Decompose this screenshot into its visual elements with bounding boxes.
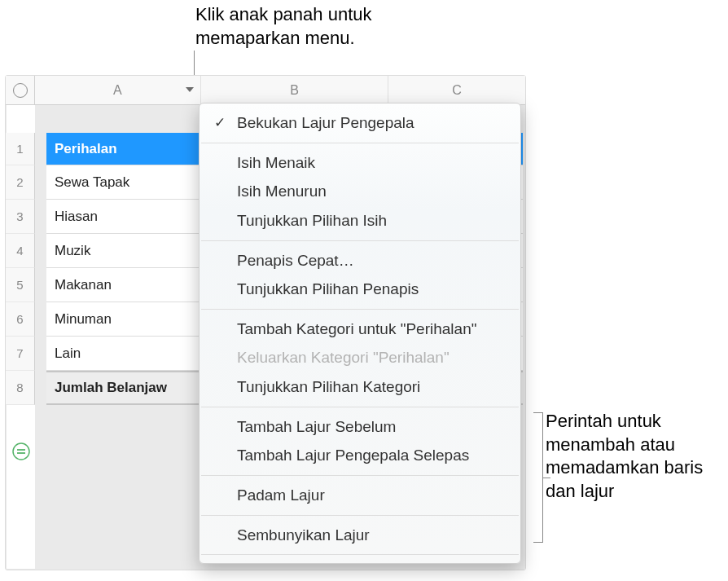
- column-header-label: B: [290, 83, 299, 98]
- cell-text: Jumlah Belanjaw: [55, 380, 167, 396]
- menu-item-label: Bekukan Lajur Pengepala: [237, 114, 414, 131]
- formula-indicator-icon: [12, 442, 30, 460]
- select-all-corner[interactable]: [6, 76, 35, 105]
- select-all-icon: [13, 83, 28, 98]
- menu-separator: [201, 143, 519, 143]
- cell-text: Lain: [55, 346, 81, 362]
- row-header[interactable]: 1: [6, 133, 35, 165]
- menu-item-label: Tunjukkan Pilihan Penapis: [237, 280, 419, 297]
- cell-text: Minuman: [55, 311, 112, 328]
- menu-item-sort-desc[interactable]: Isih Menurun: [200, 177, 520, 206]
- row-header[interactable]: 4: [6, 234, 35, 268]
- menu-item-label: Padam Lajur: [237, 486, 325, 504]
- cell-text: Perihalan: [55, 141, 117, 157]
- menu-item-label: Tunjukkan Pilihan Kategori: [237, 378, 420, 395]
- column-headers: A B C: [35, 76, 525, 105]
- menu-item-add-col-before[interactable]: Tambah Lajur Sebelum: [200, 412, 520, 442]
- row-header[interactable]: 3: [6, 200, 35, 234]
- menu-item-label: Isih Menurun: [237, 183, 327, 200]
- menu-separator: [201, 554, 519, 555]
- cell-text: Makanan: [55, 277, 112, 293]
- column-header-label: C: [452, 83, 462, 98]
- column-header-label: A: [113, 83, 122, 98]
- row-header[interactable]: 6: [6, 302, 35, 337]
- menu-item-label: Tambah Kategori untuk "Perihalan": [237, 320, 476, 337]
- menu-separator: [201, 475, 519, 476]
- callout-right: Perintah untuk menambah atau memadamkan …: [546, 410, 717, 503]
- menu-item-add-col-after[interactable]: Tambah Lajur Pengepala Selepas: [200, 441, 520, 470]
- column-context-menu: ✓ Bekukan Lajur Pengepala Isih Menaik Is…: [199, 103, 521, 564]
- callout-top: Klik anak panah untuk memaparkan menu.: [195, 3, 472, 50]
- column-header-c[interactable]: C: [388, 76, 525, 104]
- cell-text: Hiasan: [55, 209, 98, 225]
- menu-item-label: Isih Menaik: [237, 154, 315, 171]
- menu-item-label: Penapis Cepat…: [237, 252, 354, 269]
- row-headers: 1 2 3 4 5 6 7 8: [6, 133, 35, 405]
- menu-item-sort-options[interactable]: Tunjukkan Pilihan Isih: [200, 206, 520, 235]
- menu-separator: [201, 309, 519, 310]
- menu-item-label: Tambah Lajur Pengepala Selepas: [237, 447, 469, 464]
- menu-item-add-category[interactable]: Tambah Kategori untuk "Perihalan": [200, 315, 520, 344]
- row-header[interactable]: 8: [6, 371, 35, 405]
- cell-text: Muzik: [55, 243, 90, 259]
- menu-item-filter-options[interactable]: Tunjukkan Pilihan Penapis: [200, 275, 520, 304]
- column-header-a[interactable]: A: [35, 76, 201, 104]
- menu-item-label: Sembunyikan Lajur: [237, 526, 370, 544]
- callout-bracket: [533, 412, 543, 543]
- menu-item-label: Tunjukkan Pilihan Isih: [237, 212, 387, 229]
- cell-text: Sewa Tapak: [55, 174, 129, 191]
- menu-item-quick-filter[interactable]: Penapis Cepat…: [200, 246, 520, 275]
- chevron-down-icon[interactable]: [184, 84, 195, 95]
- menu-item-sort-asc[interactable]: Isih Menaik: [200, 148, 520, 178]
- menu-item-hide-col[interactable]: Sembunyikan Lajur: [200, 521, 520, 550]
- row-header[interactable]: 5: [6, 268, 35, 302]
- svg-point-0: [13, 443, 29, 460]
- menu-item-remove-category: Keluarkan Kategori "Perihalan": [200, 343, 520, 372]
- menu-separator: [201, 240, 519, 241]
- column-header-b[interactable]: B: [201, 76, 389, 104]
- row-header[interactable]: 7: [6, 337, 35, 371]
- menu-separator: [201, 515, 519, 516]
- menu-item-freeze-header[interactable]: ✓ Bekukan Lajur Pengepala: [200, 108, 520, 138]
- menu-item-label: Keluarkan Kategori "Perihalan": [237, 349, 450, 366]
- row-header[interactable]: 2: [6, 165, 35, 200]
- check-icon: ✓: [214, 114, 226, 133]
- menu-item-delete-col[interactable]: Padam Lajur: [200, 481, 520, 510]
- menu-separator: [201, 407, 519, 407]
- menu-item-label: Tambah Lajur Sebelum: [237, 418, 396, 435]
- menu-item-category-options[interactable]: Tunjukkan Pilihan Kategori: [200, 372, 520, 402]
